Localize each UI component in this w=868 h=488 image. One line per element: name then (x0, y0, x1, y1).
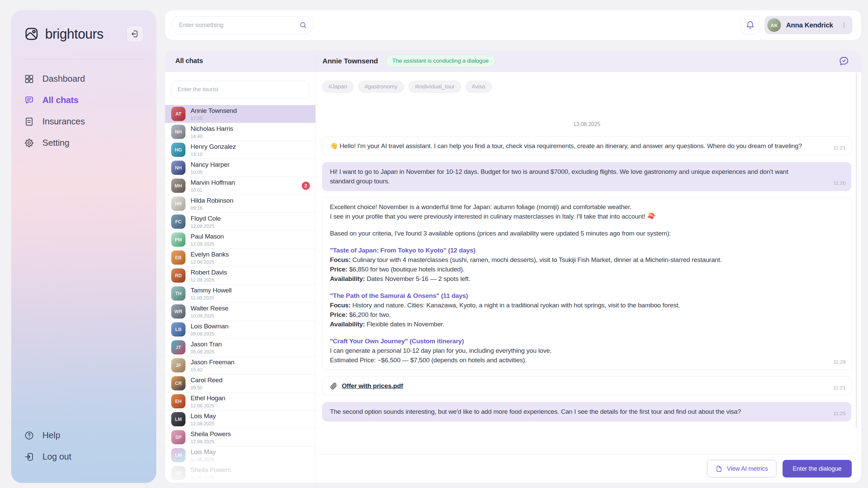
message-paragraph: Hi! I want to go to Japan in November fo… (330, 167, 814, 186)
sidebar-item-setting[interactable]: Setting (11, 132, 156, 154)
chat-list-item[interactable]: WRWalter Reese10.08.2025 (165, 303, 315, 321)
chat-item-texts: Lois May11.08.2025 (191, 448, 216, 462)
view-ai-metrics-button[interactable]: View AI metrics (707, 460, 776, 477)
message-paragraph: "Craft Your Own Journey" (Custom itinera… (330, 337, 814, 346)
notifications-button[interactable] (741, 16, 759, 34)
sidebar-item-insurances[interactable]: Insurances (11, 111, 156, 132)
conversation-scrollbar[interactable] (856, 73, 857, 428)
chat-list-item[interactable]: PMPaul Mason12.08.2025 (165, 231, 315, 249)
chat-list-item[interactable]: EBEvelyn Banks12.08.2025 (165, 249, 315, 267)
kebab-menu-icon[interactable] (840, 21, 848, 29)
sidebar-divider (23, 59, 144, 59)
message-paragraph: Focus: Culinary tour with 4 masterclasse… (330, 255, 814, 265)
chat-item-name: Paul Mason (191, 233, 224, 240)
chat-item-time: 11.08.2025 (191, 475, 231, 480)
text-run: Culinary tour with 4 masterclasses (sush… (351, 256, 722, 263)
chat-list-item[interactable]: LMLois May12.08.2025 (165, 410, 315, 428)
chat-list-item[interactable]: FCFloyd Cole12.08.2025 (165, 213, 315, 231)
chat-item-texts: Annie Townsend17:25 (191, 107, 237, 121)
chat-list-item[interactable]: HGHenry Gonzalez13:10 (165, 141, 315, 159)
chat-list-item[interactable]: MHMarvin Hoffman10:012 (165, 177, 315, 195)
collapse-sidebar-button[interactable] (126, 25, 143, 42)
text-run: Estimated Price: ~$6,500 — $7,500 (depen… (330, 357, 527, 364)
chat-list-item[interactable]: JFJason Freeman15:42 (165, 357, 315, 374)
avatar: EH (171, 394, 185, 408)
brand-logo-icon (24, 26, 39, 41)
enter-dialogue-label: Enter the dialogue (793, 465, 842, 472)
avatar: AT (171, 107, 185, 121)
view-ai-metrics-label: View AI metrics (727, 465, 768, 472)
chat-list-item[interactable]: SPSheila Powers11.08.2025 (165, 464, 315, 482)
message-time: 11:25 (833, 409, 846, 418)
user-menu[interactable]: AK Anna Kendrick (765, 16, 852, 34)
chat-list-item[interactable]: CRCarol Reed09:50 (165, 374, 315, 392)
tour-title: "Taste of Japan: From Tokyo to Kyoto" (1… (330, 247, 475, 254)
chat-item-name: Evelyn Banks (191, 251, 229, 258)
message-time: 11:20 (833, 178, 846, 188)
chat-item-time: 15:42 (191, 367, 234, 372)
user-message: The second option sounds interesting, bu… (322, 402, 851, 422)
chat-list-item[interactable]: NHNicholas Harris14:40 (165, 123, 315, 141)
paragraph-gap (330, 238, 814, 246)
sidebar-item-label: Help (42, 430, 60, 441)
insurances-icon (24, 117, 34, 127)
assistant-message: Offer with prices.pdf11:21 (322, 376, 851, 396)
chat-list-item[interactable]: LBLois Bowman09.08.2025 (165, 321, 315, 339)
chat-item-time: 11.08.2025 (191, 295, 232, 301)
conversation-footer: View AI metrics Enter the dialogue (316, 454, 861, 483)
messages: 👋 Hello! I'm your AI travel assistant. I… (322, 136, 851, 422)
chat-list-item[interactable]: NHNancy Harper10:05 (165, 159, 315, 177)
main-panel: All chats ATAnnie Townsend17:25NHNichola… (165, 50, 861, 483)
text-run: 👋 Hello! I'm your AI travel assistant. I… (330, 142, 802, 149)
chat-item-time: 12.08.2025 (191, 223, 221, 229)
global-search (171, 16, 314, 34)
chat-item-time: 09:50 (191, 385, 222, 390)
dashboard-icon (24, 74, 34, 84)
hashtag: #Japan (322, 81, 354, 93)
chat-item-texts: Tammy Howell11.08.2025 (191, 287, 232, 301)
unread-badge: 2 (302, 182, 310, 190)
chat-list-item[interactable]: RDRobert Davis12.08.2025 (165, 267, 315, 285)
message-time: 11:29 (833, 357, 846, 367)
chat-item-time: 12.08.2025 (191, 421, 216, 426)
chat-item-time: 10.08.2025 (191, 313, 229, 319)
chat-item-name: Henry Gonzalez (191, 143, 236, 150)
status-badge: The assistant is conducting a dialogue (386, 55, 495, 67)
paragraph-gap (330, 221, 814, 229)
paragraph-gap (330, 284, 814, 291)
sidebar-item-dashboard[interactable]: Dashboard (11, 68, 156, 89)
chat-list-item[interactable]: ATAnnie Townsend17:25 (165, 105, 315, 123)
tourist-search-input[interactable] (178, 86, 303, 93)
chat-list-item[interactable]: LMLois May11.08.2025 (165, 446, 315, 464)
chat-item-time: 12.08.2025 (191, 241, 224, 247)
avatar: NH (171, 161, 185, 175)
chat-list-item[interactable]: SPSheila Powers12.08.2025 (165, 428, 315, 446)
chat-list-item[interactable]: HRHilda Robinson09:16 (165, 195, 315, 213)
text-run-bold: Focus: (330, 256, 351, 263)
sidebar-item-all-chats[interactable]: All chats (11, 89, 156, 111)
sidebar-item-log-out[interactable]: Log out (11, 446, 156, 467)
attachment-link[interactable]: Offer with prices.pdf (342, 381, 403, 391)
chat-list-item[interactable]: EHEthel Hogan12.08.2025 (165, 392, 315, 410)
chat-item-texts: Henry Gonzalez13:10 (191, 143, 236, 157)
chat-list-item[interactable]: JTJason Tran05.08.2025 (165, 339, 315, 357)
hashtag: #visa (466, 81, 492, 93)
avatar: SP (171, 466, 185, 480)
message-paragraph: Availability: Dates November 5-16 — 2 sp… (330, 274, 814, 284)
text-run: $6,850 for two (boutique hotels included… (348, 266, 465, 273)
conversation-panel: Annie Townsend The assistant is conducti… (316, 50, 861, 483)
bell-icon (746, 21, 755, 30)
avatar: TH (171, 286, 185, 301)
assistant-message: 👋 Hello! I'm your AI travel assistant. I… (322, 136, 851, 156)
dialogue-check-icon[interactable] (838, 55, 850, 67)
topbar: AK Anna Kendrick (165, 10, 861, 40)
chat-list-item[interactable]: THTammy Howell11.08.2025 (165, 285, 315, 303)
help-icon (24, 430, 34, 441)
global-search-input[interactable] (179, 22, 299, 29)
chat-item-texts: Jason Tran05.08.2025 (191, 341, 222, 354)
sidebar-item-label: Log out (42, 451, 71, 462)
chats-icon (24, 95, 34, 105)
enter-dialogue-button[interactable]: Enter the dialogue (783, 460, 852, 477)
user-avatar: AK (767, 18, 781, 32)
sidebar-item-help[interactable]: Help (11, 425, 156, 446)
